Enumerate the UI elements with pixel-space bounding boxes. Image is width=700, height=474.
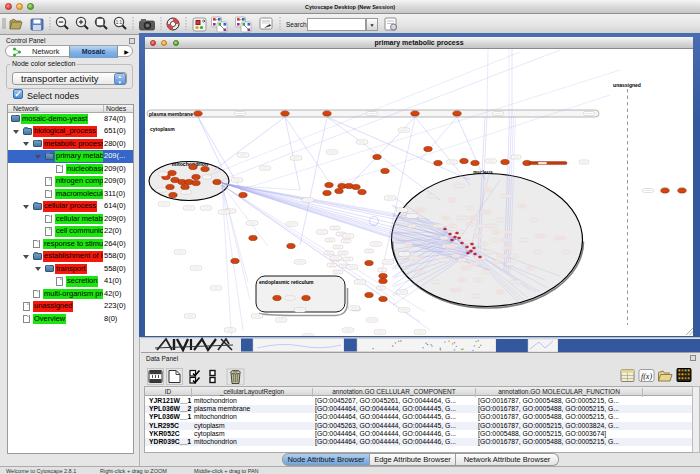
svg-text:cytoplasm: cytoplasm: [150, 126, 175, 132]
svg-text:1:1: 1:1: [116, 20, 123, 25]
svg-text:unassigned: unassigned: [613, 82, 641, 88]
svg-text:endoplasmic reticulum: endoplasmic reticulum: [259, 279, 314, 285]
svg-text:nucleus: nucleus: [473, 169, 493, 175]
svg-text:plasma membrane: plasma membrane: [149, 111, 193, 117]
svg-text:f(x): f(x): [641, 372, 652, 381]
